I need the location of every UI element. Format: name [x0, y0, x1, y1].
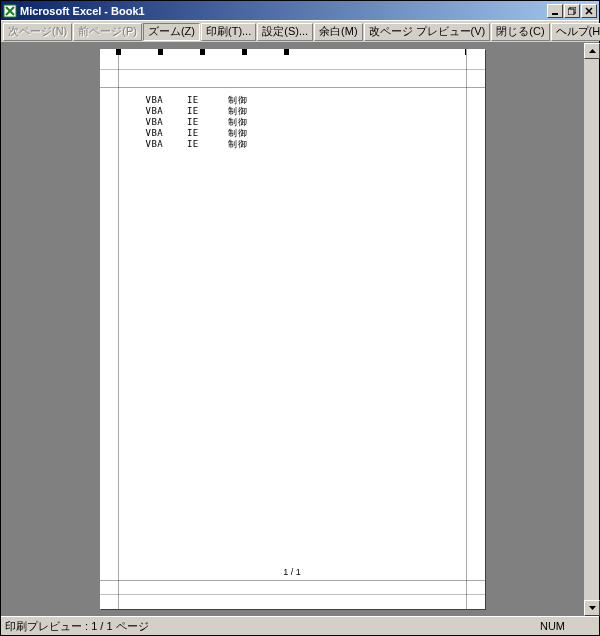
window-title: Microsoft Excel - Book1 — [20, 5, 547, 17]
pagebreak-preview-button[interactable]: 改ページ プレビュー(V) — [364, 23, 491, 41]
column-ticks — [100, 49, 485, 57]
scroll-up-button[interactable] — [584, 43, 600, 59]
close-preview-button[interactable]: 閉じる(C) — [491, 23, 549, 41]
restore-button[interactable] — [564, 4, 580, 18]
data-row: VBA IE 制御 — [146, 139, 248, 150]
status-text: 印刷プレビュー : 1 / 1 ページ — [5, 619, 540, 634]
setup-button[interactable]: 設定(S)... — [257, 23, 313, 41]
preview-workspace: VBA IE 制御VBA IE 制御VBA IE 制御VBA IE 制御VBA … — [1, 42, 599, 616]
print-button[interactable]: 印刷(T)... — [201, 23, 256, 41]
svg-rect-1 — [552, 13, 558, 15]
data-row: VBA IE 制御 — [146, 95, 248, 106]
help-button[interactable]: ヘルプ(H) — [551, 23, 600, 41]
margins-button[interactable]: 余白(M) — [314, 23, 363, 41]
app-window: Microsoft Excel - Book1 次ページ(N) 前ページ(P) … — [0, 0, 600, 636]
minimize-button[interactable] — [547, 4, 563, 18]
numlock-indicator: NUM — [540, 620, 595, 632]
sheet-content: VBA IE 制御VBA IE 制御VBA IE 制御VBA IE 制御VBA … — [146, 95, 248, 150]
titlebar: Microsoft Excel - Book1 — [1, 1, 599, 20]
statusbar: 印刷プレビュー : 1 / 1 ページ NUM — [1, 616, 599, 635]
preview-canvas[interactable]: VBA IE 制御VBA IE 制御VBA IE 制御VBA IE 制御VBA … — [1, 43, 583, 616]
zoom-button[interactable]: ズーム(Z) — [143, 23, 200, 41]
margin-guides: VBA IE 制御VBA IE 制御VBA IE 制御VBA IE 制御VBA … — [118, 87, 467, 581]
excel-icon — [3, 4, 17, 18]
close-button[interactable] — [581, 4, 597, 18]
scroll-track[interactable] — [584, 59, 599, 600]
data-row: VBA IE 制御 — [146, 106, 248, 117]
vertical-scrollbar[interactable] — [583, 43, 599, 616]
scroll-down-button[interactable] — [584, 600, 600, 616]
page-footer: 1 / 1 — [118, 567, 467, 577]
data-row: VBA IE 制御 — [146, 117, 248, 128]
data-row: VBA IE 制御 — [146, 128, 248, 139]
svg-rect-3 — [568, 9, 574, 15]
prev-page-button[interactable]: 前ページ(P) — [73, 23, 142, 41]
window-controls — [547, 4, 597, 18]
preview-toolbar: 次ページ(N) 前ページ(P) ズーム(Z) 印刷(T)... 設定(S)...… — [1, 20, 599, 42]
next-page-button[interactable]: 次ページ(N) — [3, 23, 72, 41]
page-preview: VBA IE 制御VBA IE 制御VBA IE 制御VBA IE 制御VBA … — [100, 49, 485, 609]
